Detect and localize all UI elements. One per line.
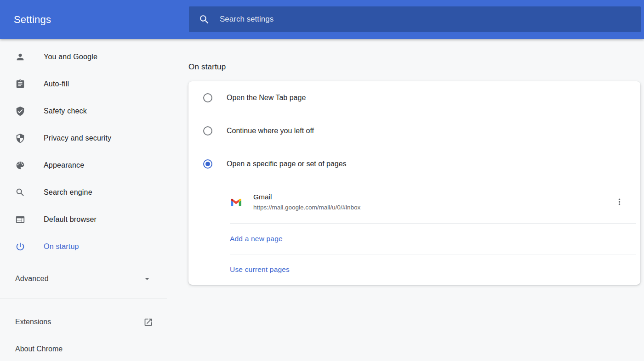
add-new-page-row: Add a new page xyxy=(188,224,640,254)
radio-button-selected[interactable] xyxy=(203,159,212,169)
browser-window-icon xyxy=(15,214,25,225)
clipboard-icon xyxy=(15,79,25,89)
startup-page-name: Gmail xyxy=(253,193,611,201)
sidebar-item-label: Auto-fill xyxy=(44,80,69,88)
startup-page-info: Gmail https://mail.google.com/mail/u/0/#… xyxy=(253,193,611,211)
sidebar-item-search-engine[interactable]: Search engine xyxy=(0,183,167,202)
palette-icon xyxy=(15,160,25,170)
sidebar-divider xyxy=(0,299,167,299)
sidebar-item-label: On startup xyxy=(44,243,79,251)
option-label: Open the New Tab page xyxy=(227,94,306,102)
option-open-new-tab[interactable]: Open the New Tab page xyxy=(188,81,640,114)
page-title: Settings xyxy=(14,14,51,26)
sidebar-item-autofill[interactable]: Auto-fill xyxy=(0,75,167,93)
section-title: On startup xyxy=(188,62,640,72)
about-chrome-label: About Chrome xyxy=(15,345,63,353)
search-icon xyxy=(15,187,25,197)
sidebar-item-default-browser[interactable]: Default browser xyxy=(0,210,167,229)
sidebar-item-label: Safety check xyxy=(44,107,87,115)
open-in-new-icon xyxy=(143,317,153,327)
gmail-icon xyxy=(231,197,241,207)
power-icon xyxy=(15,242,25,252)
more-vert-icon xyxy=(615,197,624,207)
add-new-page-link[interactable]: Add a new page xyxy=(230,235,283,243)
sidebar-item-on-startup[interactable]: On startup xyxy=(0,237,167,256)
sidebar-item-label: Search engine xyxy=(44,188,92,197)
search-input[interactable] xyxy=(220,15,641,24)
shield-half-icon xyxy=(15,133,25,143)
sidebar-item-label: You and Google xyxy=(44,53,97,61)
option-label: Open a specific page or set of pages xyxy=(227,160,347,168)
sidebar-item-label: Default browser xyxy=(44,215,97,224)
sidebar-item-appearance[interactable]: Appearance xyxy=(0,156,167,175)
extensions-label: Extensions xyxy=(15,318,51,326)
search-icon xyxy=(199,14,210,25)
sidebar-item-label: Appearance xyxy=(44,161,84,169)
sidebar-item-about-chrome[interactable]: About Chrome xyxy=(0,340,167,358)
sidebar-item-extensions[interactable]: Extensions xyxy=(0,313,167,331)
sidebar-advanced-toggle[interactable]: Advanced xyxy=(0,270,167,288)
radio-button[interactable] xyxy=(203,93,212,102)
option-open-specific-pages[interactable]: Open a specific page or set of pages xyxy=(188,147,640,180)
option-label: Continue where you left off xyxy=(227,127,314,135)
startup-page-row: Gmail https://mail.google.com/mail/u/0/#… xyxy=(188,180,640,223)
settings-header: Settings xyxy=(0,0,644,39)
search-bar[interactable] xyxy=(189,6,641,32)
radio-button[interactable] xyxy=(203,126,212,135)
sidebar-item-safety-check[interactable]: Safety check xyxy=(0,102,167,120)
settings-sidebar: You and Google Auto-fill Safety check Pr… xyxy=(0,39,188,361)
use-current-pages-link[interactable]: Use current pages xyxy=(230,265,290,274)
use-current-pages-row: Use current pages xyxy=(188,254,640,285)
shield-check-icon xyxy=(15,106,25,116)
chevron-down-icon xyxy=(142,274,152,284)
settings-content: On startup Open the New Tab page Continu… xyxy=(188,39,644,361)
sidebar-item-privacy-security[interactable]: Privacy and security xyxy=(0,129,167,147)
sidebar-item-you-and-google[interactable]: You and Google xyxy=(0,48,167,66)
more-actions-button[interactable] xyxy=(611,194,627,210)
advanced-label: Advanced xyxy=(15,275,49,283)
startup-page-url: https://mail.google.com/mail/u/0/#inbox xyxy=(253,204,611,211)
option-continue-where-left-off[interactable]: Continue where you left off xyxy=(188,114,640,147)
person-icon xyxy=(15,52,25,62)
on-startup-card: Open the New Tab page Continue where you… xyxy=(188,81,640,285)
sidebar-item-label: Privacy and security xyxy=(44,134,111,142)
